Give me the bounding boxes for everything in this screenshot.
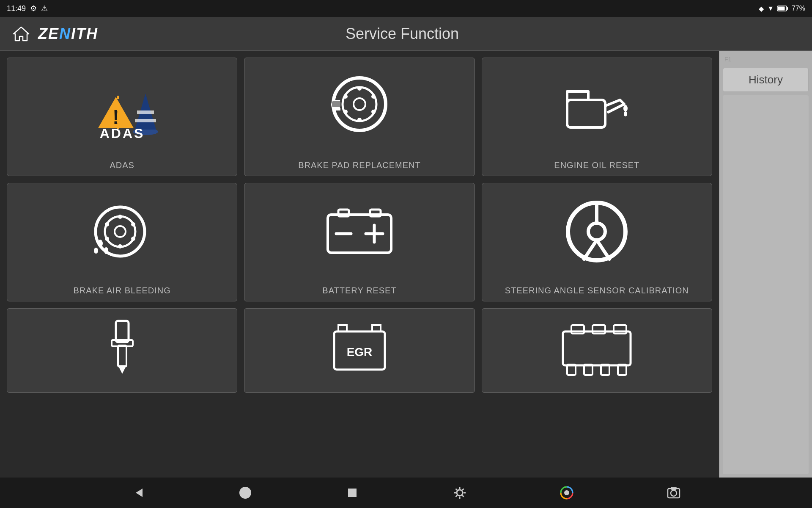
card-battery[interactable]: BATTERY RESET: [244, 183, 475, 301]
status-bar: 11:49 ⚙ ⚠ ◆ ▼ 77%: [0, 0, 812, 17]
service-grid: ! ADAS ADAS: [7, 58, 712, 393]
svg-text:EGR: EGR: [347, 345, 373, 359]
svg-rect-1: [787, 7, 788, 10]
svg-point-65: [457, 490, 463, 496]
svg-point-23: [623, 105, 628, 112]
svg-point-12: [333, 78, 386, 130]
nav-bar: ZENITH Service Function: [0, 17, 812, 51]
card-engine-oil-label: ENGINE OIL RESET: [547, 155, 646, 176]
svg-point-75: [564, 490, 569, 495]
svg-point-33: [105, 222, 109, 226]
sidebar-f1-label: F1: [723, 54, 809, 64]
history-button[interactable]: History: [723, 68, 809, 92]
status-left: 11:49 ⚙ ⚠: [7, 4, 48, 13]
main-content: ! ADAS ADAS: [0, 51, 812, 478]
logo: ZENITH: [38, 25, 98, 43]
card-throttle[interactable]: [482, 308, 712, 393]
svg-text:ADAS: ADAS: [99, 126, 145, 140]
card-brake-air-label: BRAKE AIR BLEEDING: [67, 280, 178, 301]
svg-rect-10: [135, 119, 156, 122]
svg-line-71: [462, 495, 464, 497]
svg-point-34: [98, 240, 103, 247]
card-battery-icon: [313, 183, 406, 280]
svg-point-14: [354, 98, 365, 110]
card-brake-pad[interactable]: BRAKE PAD REPLACEMENT: [244, 58, 475, 176]
svg-point-77: [671, 490, 677, 496]
browser-button[interactable]: [554, 480, 579, 505]
card-brake-pad-label: BRAKE PAD REPLACEMENT: [291, 155, 428, 176]
card-injector[interactable]: [7, 308, 237, 393]
card-engine-oil[interactable]: ENGINE OIL RESET: [482, 58, 712, 176]
svg-rect-54: [563, 331, 631, 365]
back-button[interactable]: [126, 480, 151, 505]
card-adas-icon: ! ADAS: [71, 58, 173, 155]
bottom-bar: [0, 478, 812, 508]
card-egr-icon: EGR: [317, 309, 402, 392]
card-steering-label: STEERING ANGLE SENSOR CALIBRATION: [498, 280, 696, 301]
svg-point-30: [131, 237, 135, 241]
svg-rect-9: [137, 110, 154, 114]
svg-rect-50: [118, 345, 126, 367]
grid-area: ! ADAS ADAS: [0, 51, 719, 478]
svg-point-27: [115, 226, 126, 237]
wifi-icon: ▼: [767, 5, 774, 12]
svg-point-29: [131, 222, 135, 226]
svg-point-44: [588, 223, 605, 240]
settings-icon: ⚙: [30, 4, 37, 13]
page-title: Service Function: [98, 25, 706, 43]
svg-point-25: [96, 207, 145, 256]
sidebar: F1 History: [719, 51, 812, 478]
svg-point-20: [343, 94, 348, 99]
svg-rect-38: [338, 210, 349, 216]
svg-point-13: [343, 87, 376, 121]
sidebar-empty-space: [723, 95, 809, 474]
svg-point-24: [624, 111, 627, 116]
svg-point-32: [105, 237, 109, 241]
card-throttle-icon: [550, 309, 643, 392]
card-engine-oil-icon: [550, 58, 643, 155]
status-right: ◆ ▼ 77%: [759, 5, 805, 13]
svg-point-17: [371, 110, 376, 114]
svg-marker-3: [14, 27, 29, 41]
card-brake-air[interactable]: BRAKE AIR BLEEDING: [7, 183, 237, 301]
svg-point-36: [94, 248, 98, 254]
settings-button-nav[interactable]: [447, 480, 472, 505]
svg-point-15: [357, 86, 362, 91]
card-brake-air-icon: [80, 183, 165, 280]
signal-icon: ◆: [759, 5, 764, 13]
card-brake-pad-icon: [317, 58, 402, 155]
svg-line-46: [584, 240, 597, 259]
card-egr[interactable]: EGR: [244, 308, 475, 393]
svg-marker-62: [136, 489, 143, 497]
battery-percent: 77%: [792, 5, 805, 12]
svg-rect-48: [116, 321, 129, 342]
battery-icon: [777, 6, 788, 11]
svg-rect-22: [567, 100, 605, 127]
home-button-nav[interactable]: [233, 480, 258, 505]
home-button[interactable]: [8, 21, 34, 47]
recents-button[interactable]: [340, 480, 365, 505]
svg-marker-51: [118, 365, 126, 374]
screenshot-button[interactable]: [661, 480, 686, 505]
svg-point-31: [118, 244, 122, 248]
alert-icon: ⚠: [41, 4, 48, 13]
svg-rect-21: [332, 101, 340, 107]
svg-line-73: [455, 495, 457, 497]
svg-rect-2: [778, 7, 785, 11]
svg-point-63: [239, 487, 251, 499]
card-adas[interactable]: ! ADAS ADAS: [7, 58, 237, 176]
svg-rect-39: [370, 210, 381, 216]
card-steering[interactable]: STEERING ANGLE SENSOR CALIBRATION: [482, 183, 712, 301]
card-battery-label: BATTERY RESET: [315, 280, 403, 301]
svg-line-70: [455, 489, 457, 491]
svg-line-47: [597, 240, 609, 259]
svg-point-18: [357, 118, 362, 122]
card-injector-icon: [88, 308, 156, 393]
svg-point-19: [343, 110, 348, 114]
svg-point-26: [105, 216, 135, 247]
svg-point-28: [118, 215, 122, 219]
svg-rect-64: [348, 489, 357, 497]
card-steering-icon: [554, 183, 639, 280]
card-adas-label: ADAS: [103, 155, 141, 176]
svg-point-16: [371, 94, 376, 99]
